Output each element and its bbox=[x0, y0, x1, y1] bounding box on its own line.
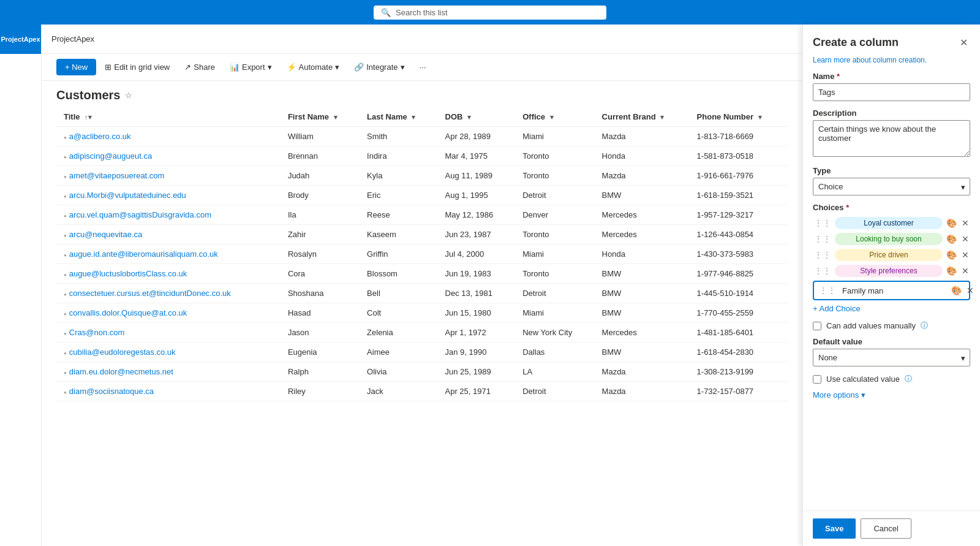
cell-office: Detroit bbox=[515, 382, 594, 401]
cell-office: Toronto bbox=[515, 264, 594, 284]
name-label: Name * bbox=[813, 72, 970, 81]
cell-title[interactable]: ●consectetuer.cursus.et@tinciduntDonec.c… bbox=[56, 284, 281, 303]
cell-title[interactable]: ●arcu@nequevitae.ca bbox=[56, 225, 281, 245]
cell-dob: Mar 4, 1975 bbox=[438, 146, 516, 166]
cell-first: Rosalyn bbox=[281, 245, 360, 264]
cell-title[interactable]: ●arcu.Morbi@vulputateduinec.edu bbox=[56, 186, 281, 205]
save-button[interactable]: Save bbox=[813, 518, 856, 539]
cell-title[interactable]: ●adipiscing@augueut.ca bbox=[56, 146, 281, 166]
cell-title[interactable]: ●cubilia@eudoloregestas.co.uk bbox=[56, 343, 281, 362]
cell-first: Brody bbox=[281, 186, 360, 205]
favorite-icon[interactable]: ☆ bbox=[125, 91, 132, 100]
table-row: ●a@aclibero.co.uk William Smith Apr 28, … bbox=[56, 127, 788, 146]
panel-close-button[interactable]: ✕ bbox=[957, 34, 970, 51]
app-title: ProjectApex bbox=[51, 34, 94, 44]
toolbar: + New ⊞ Edit in grid view ↗ Share 📊 Expo… bbox=[42, 54, 802, 81]
new-button[interactable]: + New bbox=[56, 59, 96, 75]
cell-title[interactable]: ●diam.eu.dolor@necmetus.net bbox=[56, 362, 281, 382]
cell-first: Shoshana bbox=[281, 284, 360, 303]
share-button[interactable]: ↗ Share bbox=[178, 59, 221, 75]
drag-handle-2[interactable]: ⋮⋮ bbox=[813, 234, 832, 244]
cell-dob: Jun 15, 1980 bbox=[438, 303, 516, 323]
cell-last: Colt bbox=[360, 303, 437, 323]
choice-color-btn-active[interactable]: 🎨 bbox=[950, 284, 963, 297]
choice-badge-3: Price driven bbox=[835, 249, 943, 261]
panel-title: Create a column bbox=[813, 36, 899, 49]
can-add-manually-checkbox[interactable] bbox=[813, 322, 821, 330]
cell-last: Eric bbox=[360, 186, 437, 205]
choice-color-btn-2[interactable]: 🎨 bbox=[945, 233, 958, 245]
choice-delete-btn-3[interactable]: ✕ bbox=[960, 249, 970, 261]
cell-office: Detroit bbox=[515, 284, 594, 303]
choice-delete-btn-2[interactable]: ✕ bbox=[960, 233, 970, 245]
add-choice-button[interactable]: + Add Choice bbox=[813, 304, 861, 313]
integrate-button[interactable]: 🔗 Integrate ▾ bbox=[348, 59, 410, 75]
cell-brand: Honda bbox=[595, 245, 690, 264]
cell-title[interactable]: ●a@aclibero.co.uk bbox=[56, 127, 281, 146]
cell-title[interactable]: ●augue.id.ante@liberomaurisaliquam.co.uk bbox=[56, 245, 281, 264]
choice-delete-btn-active[interactable]: ✕ bbox=[965, 284, 975, 297]
cell-phone: 1-770-455-2559 bbox=[690, 303, 788, 323]
choice-color-btn-4[interactable]: 🎨 bbox=[945, 265, 958, 277]
automate-button[interactable]: ⚡ Automate ▾ bbox=[281, 59, 346, 75]
cell-last: Reese bbox=[360, 205, 437, 225]
cell-brand: BMW bbox=[595, 303, 690, 323]
drag-handle-4[interactable]: ⋮⋮ bbox=[813, 266, 832, 276]
type-select-wrapper: Choice ▾ bbox=[813, 178, 970, 195]
active-choice-input[interactable] bbox=[840, 285, 948, 297]
cell-first: Hasad bbox=[281, 303, 360, 323]
use-calculated-info-icon[interactable]: ⓘ bbox=[905, 374, 912, 384]
description-textarea[interactable]: Certain things we know about the custome… bbox=[813, 120, 970, 157]
cell-title[interactable]: ●convallis.dolor.Quisque@at.co.uk bbox=[56, 303, 281, 323]
choices-section: Choices * ⋮⋮ Loyal customer 🎨 ✕ ⋮⋮ Looki… bbox=[813, 203, 970, 313]
learn-more-link[interactable]: Learn more about column creation. bbox=[803, 56, 980, 72]
cell-brand: Mercedes bbox=[595, 205, 690, 225]
cell-office: Toronto bbox=[515, 146, 594, 166]
grid-icon: ⊞ bbox=[105, 63, 111, 72]
cell-title[interactable]: ●diam@sociisnatoque.ca bbox=[56, 382, 281, 401]
cell-dob: Jul 4, 2000 bbox=[438, 245, 516, 264]
col-office: Office ▾ bbox=[515, 107, 594, 127]
cell-title[interactable]: ●Cras@non.com bbox=[56, 323, 281, 343]
choice-delete-btn-1[interactable]: ✕ bbox=[960, 217, 970, 229]
export-button[interactable]: 📊 Export ▾ bbox=[224, 59, 278, 75]
can-add-manually-label: Can add values manually bbox=[826, 321, 916, 330]
cell-title[interactable]: ●arcu.vel.quam@sagittisDuisgravida.com bbox=[56, 205, 281, 225]
create-column-panel: Create a column ✕ Learn more about colum… bbox=[802, 25, 980, 546]
cell-title[interactable]: ●amet@vitaeposuereat.com bbox=[56, 166, 281, 186]
cell-first: Eugenia bbox=[281, 343, 360, 362]
cell-title[interactable]: ●augue@luctuslobortisClass.co.uk bbox=[56, 264, 281, 284]
name-input[interactable] bbox=[813, 83, 970, 101]
table-row: ●arcu@nequevitae.ca Zahir Kaseem Jun 23,… bbox=[56, 225, 788, 245]
drag-handle-active[interactable]: ⋮⋮ bbox=[818, 286, 837, 295]
default-value-select[interactable]: None bbox=[813, 349, 970, 366]
more-options-button[interactable]: More options ▾ bbox=[813, 390, 865, 400]
type-select[interactable]: Choice bbox=[813, 178, 970, 195]
edit-grid-button[interactable]: ⊞ Edit in grid view bbox=[99, 59, 176, 75]
cell-phone: 1-916-661-7976 bbox=[690, 166, 788, 186]
cell-phone: 1-581-873-0518 bbox=[690, 146, 788, 166]
col-last-name: Last Name ▾ bbox=[360, 107, 437, 127]
cell-brand: Mazda bbox=[595, 382, 690, 401]
choice-delete-btn-4[interactable]: ✕ bbox=[960, 265, 970, 277]
table-row: ●Cras@non.com Jason Zelenia Apr 1, 1972 … bbox=[56, 323, 788, 343]
choice-color-btn-1[interactable]: 🎨 bbox=[945, 217, 958, 229]
search-box[interactable]: 🔍 Search this list bbox=[374, 6, 606, 20]
choice-item-4: ⋮⋮ Style preferences 🎨 ✕ bbox=[813, 265, 970, 277]
cell-last: Zelenia bbox=[360, 323, 437, 343]
use-calculated-checkbox[interactable] bbox=[813, 375, 821, 384]
drag-handle-3[interactable]: ⋮⋮ bbox=[813, 250, 832, 260]
table-row: ●augue@luctuslobortisClass.co.uk Cora Bl… bbox=[56, 264, 788, 284]
drag-handle-1[interactable]: ⋮⋮ bbox=[813, 218, 832, 228]
table-row: ●cubilia@eudoloregestas.co.uk Eugenia Ai… bbox=[56, 343, 788, 362]
choice-color-btn-3[interactable]: 🎨 bbox=[945, 249, 958, 261]
cancel-button[interactable]: Cancel bbox=[861, 518, 911, 539]
integrate-icon: 🔗 bbox=[354, 63, 364, 72]
choice-badge-1: Loyal customer bbox=[835, 217, 943, 229]
cell-phone: 1-481-185-6401 bbox=[690, 323, 788, 343]
more-toolbar-button[interactable]: ··· bbox=[413, 59, 432, 75]
table-row: ●arcu.Morbi@vulputateduinec.edu Brody Er… bbox=[56, 186, 788, 205]
can-add-manually-info-icon[interactable]: ⓘ bbox=[921, 320, 928, 331]
cell-brand: Mercedes bbox=[595, 225, 690, 245]
cell-office: Denver bbox=[515, 205, 594, 225]
